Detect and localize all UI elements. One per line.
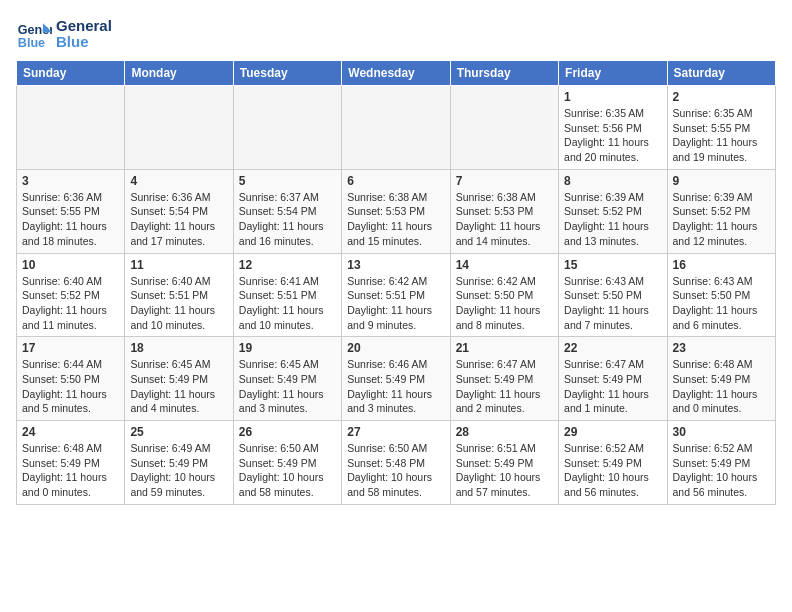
- day-info: Sunrise: 6:40 AMSunset: 5:51 PMDaylight:…: [130, 274, 227, 333]
- day-number: 5: [239, 174, 336, 188]
- day-info: Sunrise: 6:46 AMSunset: 5:49 PMDaylight:…: [347, 357, 444, 416]
- calendar-cell: 5Sunrise: 6:37 AMSunset: 5:54 PMDaylight…: [233, 169, 341, 253]
- weekday-header-sunday: Sunday: [17, 61, 125, 86]
- calendar-cell: 16Sunrise: 6:43 AMSunset: 5:50 PMDayligh…: [667, 253, 775, 337]
- day-number: 26: [239, 425, 336, 439]
- day-number: 15: [564, 258, 661, 272]
- calendar-cell: 23Sunrise: 6:48 AMSunset: 5:49 PMDayligh…: [667, 337, 775, 421]
- calendar-cell: 9Sunrise: 6:39 AMSunset: 5:52 PMDaylight…: [667, 169, 775, 253]
- weekday-header-thursday: Thursday: [450, 61, 558, 86]
- calendar-cell: 30Sunrise: 6:52 AMSunset: 5:49 PMDayligh…: [667, 421, 775, 505]
- calendar-cell: 17Sunrise: 6:44 AMSunset: 5:50 PMDayligh…: [17, 337, 125, 421]
- weekday-header-saturday: Saturday: [667, 61, 775, 86]
- calendar-cell: 10Sunrise: 6:40 AMSunset: 5:52 PMDayligh…: [17, 253, 125, 337]
- calendar-cell: 22Sunrise: 6:47 AMSunset: 5:49 PMDayligh…: [559, 337, 667, 421]
- day-info: Sunrise: 6:47 AMSunset: 5:49 PMDaylight:…: [564, 357, 661, 416]
- calendar-cell: 8Sunrise: 6:39 AMSunset: 5:52 PMDaylight…: [559, 169, 667, 253]
- day-number: 17: [22, 341, 119, 355]
- calendar-cell: 25Sunrise: 6:49 AMSunset: 5:49 PMDayligh…: [125, 421, 233, 505]
- day-number: 12: [239, 258, 336, 272]
- calendar-cell: 12Sunrise: 6:41 AMSunset: 5:51 PMDayligh…: [233, 253, 341, 337]
- calendar-cell: 26Sunrise: 6:50 AMSunset: 5:49 PMDayligh…: [233, 421, 341, 505]
- day-number: 28: [456, 425, 553, 439]
- day-number: 6: [347, 174, 444, 188]
- week-row-5: 24Sunrise: 6:48 AMSunset: 5:49 PMDayligh…: [17, 421, 776, 505]
- weekday-header-row: SundayMondayTuesdayWednesdayThursdayFrid…: [17, 61, 776, 86]
- day-number: 27: [347, 425, 444, 439]
- logo-text: General Blue: [56, 18, 112, 51]
- day-info: Sunrise: 6:48 AMSunset: 5:49 PMDaylight:…: [673, 357, 770, 416]
- day-number: 11: [130, 258, 227, 272]
- calendar-cell: 28Sunrise: 6:51 AMSunset: 5:49 PMDayligh…: [450, 421, 558, 505]
- day-number: 21: [456, 341, 553, 355]
- day-info: Sunrise: 6:35 AMSunset: 5:56 PMDaylight:…: [564, 106, 661, 165]
- day-number: 3: [22, 174, 119, 188]
- calendar-cell: 15Sunrise: 6:43 AMSunset: 5:50 PMDayligh…: [559, 253, 667, 337]
- calendar-cell: 19Sunrise: 6:45 AMSunset: 5:49 PMDayligh…: [233, 337, 341, 421]
- day-number: 9: [673, 174, 770, 188]
- day-info: Sunrise: 6:52 AMSunset: 5:49 PMDaylight:…: [564, 441, 661, 500]
- day-info: Sunrise: 6:40 AMSunset: 5:52 PMDaylight:…: [22, 274, 119, 333]
- day-info: Sunrise: 6:45 AMSunset: 5:49 PMDaylight:…: [239, 357, 336, 416]
- calendar-cell: 14Sunrise: 6:42 AMSunset: 5:50 PMDayligh…: [450, 253, 558, 337]
- calendar-table: SundayMondayTuesdayWednesdayThursdayFrid…: [16, 60, 776, 505]
- day-number: 10: [22, 258, 119, 272]
- day-info: Sunrise: 6:35 AMSunset: 5:55 PMDaylight:…: [673, 106, 770, 165]
- calendar-cell: 27Sunrise: 6:50 AMSunset: 5:48 PMDayligh…: [342, 421, 450, 505]
- calendar-cell: [233, 86, 341, 170]
- day-number: 2: [673, 90, 770, 104]
- day-info: Sunrise: 6:51 AMSunset: 5:49 PMDaylight:…: [456, 441, 553, 500]
- week-row-3: 10Sunrise: 6:40 AMSunset: 5:52 PMDayligh…: [17, 253, 776, 337]
- day-number: 8: [564, 174, 661, 188]
- day-number: 16: [673, 258, 770, 272]
- day-info: Sunrise: 6:47 AMSunset: 5:49 PMDaylight:…: [456, 357, 553, 416]
- calendar-cell: 3Sunrise: 6:36 AMSunset: 5:55 PMDaylight…: [17, 169, 125, 253]
- day-number: 23: [673, 341, 770, 355]
- week-row-1: 1Sunrise: 6:35 AMSunset: 5:56 PMDaylight…: [17, 86, 776, 170]
- weekday-header-wednesday: Wednesday: [342, 61, 450, 86]
- day-info: Sunrise: 6:37 AMSunset: 5:54 PMDaylight:…: [239, 190, 336, 249]
- day-info: Sunrise: 6:38 AMSunset: 5:53 PMDaylight:…: [347, 190, 444, 249]
- day-number: 25: [130, 425, 227, 439]
- calendar-cell: 1Sunrise: 6:35 AMSunset: 5:56 PMDaylight…: [559, 86, 667, 170]
- day-info: Sunrise: 6:50 AMSunset: 5:48 PMDaylight:…: [347, 441, 444, 500]
- day-info: Sunrise: 6:36 AMSunset: 5:55 PMDaylight:…: [22, 190, 119, 249]
- day-info: Sunrise: 6:42 AMSunset: 5:51 PMDaylight:…: [347, 274, 444, 333]
- day-number: 24: [22, 425, 119, 439]
- day-info: Sunrise: 6:43 AMSunset: 5:50 PMDaylight:…: [673, 274, 770, 333]
- day-info: Sunrise: 6:50 AMSunset: 5:49 PMDaylight:…: [239, 441, 336, 500]
- weekday-header-monday: Monday: [125, 61, 233, 86]
- weekday-header-tuesday: Tuesday: [233, 61, 341, 86]
- day-info: Sunrise: 6:45 AMSunset: 5:49 PMDaylight:…: [130, 357, 227, 416]
- calendar-cell: 2Sunrise: 6:35 AMSunset: 5:55 PMDaylight…: [667, 86, 775, 170]
- calendar-cell: [17, 86, 125, 170]
- calendar-cell: 24Sunrise: 6:48 AMSunset: 5:49 PMDayligh…: [17, 421, 125, 505]
- day-info: Sunrise: 6:44 AMSunset: 5:50 PMDaylight:…: [22, 357, 119, 416]
- calendar-cell: 6Sunrise: 6:38 AMSunset: 5:53 PMDaylight…: [342, 169, 450, 253]
- day-number: 1: [564, 90, 661, 104]
- day-number: 4: [130, 174, 227, 188]
- day-info: Sunrise: 6:39 AMSunset: 5:52 PMDaylight:…: [564, 190, 661, 249]
- day-info: Sunrise: 6:48 AMSunset: 5:49 PMDaylight:…: [22, 441, 119, 500]
- calendar-cell: [342, 86, 450, 170]
- day-info: Sunrise: 6:52 AMSunset: 5:49 PMDaylight:…: [673, 441, 770, 500]
- day-number: 20: [347, 341, 444, 355]
- calendar-cell: 29Sunrise: 6:52 AMSunset: 5:49 PMDayligh…: [559, 421, 667, 505]
- day-number: 29: [564, 425, 661, 439]
- week-row-2: 3Sunrise: 6:36 AMSunset: 5:55 PMDaylight…: [17, 169, 776, 253]
- day-info: Sunrise: 6:49 AMSunset: 5:49 PMDaylight:…: [130, 441, 227, 500]
- day-info: Sunrise: 6:42 AMSunset: 5:50 PMDaylight:…: [456, 274, 553, 333]
- day-number: 19: [239, 341, 336, 355]
- svg-text:Blue: Blue: [18, 36, 45, 50]
- calendar-cell: [125, 86, 233, 170]
- day-info: Sunrise: 6:39 AMSunset: 5:52 PMDaylight:…: [673, 190, 770, 249]
- day-number: 22: [564, 341, 661, 355]
- day-number: 14: [456, 258, 553, 272]
- calendar-cell: 7Sunrise: 6:38 AMSunset: 5:53 PMDaylight…: [450, 169, 558, 253]
- day-info: Sunrise: 6:36 AMSunset: 5:54 PMDaylight:…: [130, 190, 227, 249]
- calendar-cell: [450, 86, 558, 170]
- day-info: Sunrise: 6:38 AMSunset: 5:53 PMDaylight:…: [456, 190, 553, 249]
- day-number: 30: [673, 425, 770, 439]
- calendar-cell: 18Sunrise: 6:45 AMSunset: 5:49 PMDayligh…: [125, 337, 233, 421]
- calendar-cell: 13Sunrise: 6:42 AMSunset: 5:51 PMDayligh…: [342, 253, 450, 337]
